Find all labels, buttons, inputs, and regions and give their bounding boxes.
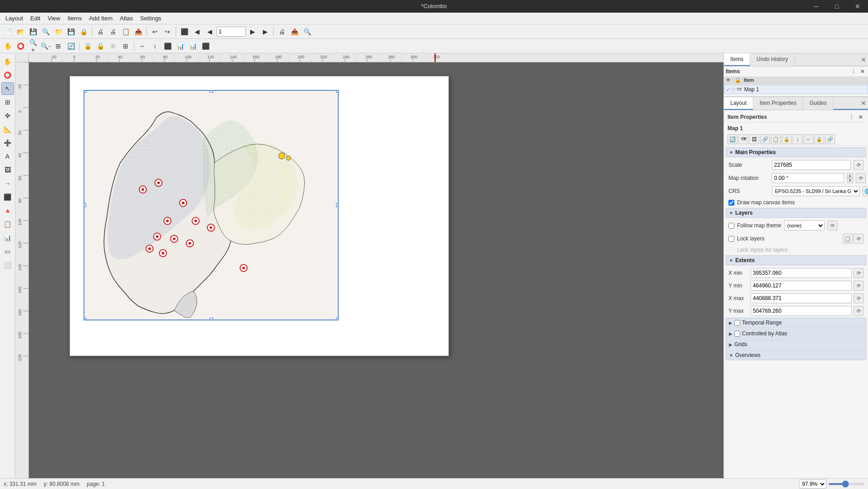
undo-button[interactable]: ↩ [149,26,161,38]
print2-button[interactable]: 🖨 [107,26,119,38]
box-button[interactable]: ⬛ [162,40,173,52]
section-layers[interactable]: ▼ Layers [726,208,866,218]
export2-button[interactable]: 📤 [289,26,300,38]
ellipse-tool[interactable]: ⭕ [1,69,14,81]
arrow-tool[interactable]: → [1,177,14,190]
table-tool[interactable]: 📋 [1,218,14,230]
rect-tool[interactable]: ▭ [1,245,14,258]
next2-button[interactable]: ▶ [259,26,271,38]
props-close-icon2[interactable]: ✕ [856,113,864,121]
grid-button[interactable]: ⊞ [120,40,131,52]
follow-theme-checkbox[interactable] [728,223,734,229]
menu-atlas[interactable]: Atlas [116,14,136,23]
menu-settings[interactable]: Settings [136,14,165,23]
map-rotation-input[interactable] [772,173,844,183]
temporal-checkbox[interactable] [734,320,740,326]
lock2-button[interactable]: 🔒 [82,40,93,52]
print3-button[interactable]: 🖨 [276,26,288,38]
lock-styles-checkbox[interactable] [728,247,734,253]
atlas-btn[interactable]: 🖼 [749,134,759,144]
paste-button[interactable]: 📋 [120,26,131,38]
zoom-out-button[interactable]: 🔍- [40,40,51,52]
handle-bm[interactable] [210,318,213,320]
lock-layers-btn2[interactable]: ⟳ [854,234,863,244]
box2-button[interactable]: ⬛ [200,40,211,52]
close-button[interactable]: ✕ [847,0,868,13]
section-overviews[interactable]: ▼ Overviews [726,350,866,360]
export-button[interactable]: 📤 [132,26,144,38]
props-close-icon[interactable]: ✕ [861,99,866,107]
new-button[interactable]: 📄 [2,26,14,38]
zoom-full-button[interactable]: ⊞ [52,40,64,52]
section-controlled-atlas[interactable]: ▶ Controlled by Atlas [726,329,866,339]
lock-layers-checkbox[interactable] [728,236,734,242]
zoom-select[interactable]: 50% 75% 97.9% 100% 150% 200% [799,480,826,489]
xmin-input[interactable] [751,268,852,278]
xmax-button[interactable]: ⟳ [854,293,863,303]
rotation-button[interactable]: ⟳ [856,173,866,183]
menu-edit[interactable]: Edit [27,14,44,23]
prev2-button[interactable]: ◀ [204,26,215,38]
rotation-up[interactable]: ▲ [847,173,853,178]
shape-tool[interactable]: ⬛ [1,191,14,203]
lock-item-btn[interactable]: 🔒 [782,134,792,144]
tab-item-properties[interactable]: Item Properties [753,97,803,110]
theme-button[interactable]: ⟳ [827,221,837,230]
resize-button[interactable]: ↔ [136,40,148,52]
tab-layout[interactable]: Layout [724,97,753,110]
map-frame[interactable] [84,90,339,320]
open-folder-button[interactable]: 📁 [52,26,64,38]
handle-bl[interactable] [84,318,86,320]
copy-btn[interactable]: 📋 [771,134,781,144]
resize-h-btn[interactable]: ↕ [793,134,803,144]
resize-w-btn[interactable]: ↔ [803,134,813,144]
xmin-button[interactable]: ⟳ [854,268,863,278]
section-grids[interactable]: ▶ Grids [726,339,866,349]
scale-input[interactable] [772,160,851,170]
ymax-input[interactable] [751,306,852,316]
refresh-button[interactable]: 🔄 [65,40,77,52]
print-button[interactable]: 🖨 [94,26,106,38]
menu-layout[interactable]: Layout [2,14,27,23]
tab-undo-history[interactable]: Undo History [750,53,794,66]
menu-items[interactable]: Items [64,14,85,23]
find-button[interactable]: 🔍 [40,26,51,38]
snap-button[interactable]: ☆ [107,40,119,52]
menu-view[interactable]: View [44,14,64,23]
resize2-button[interactable]: ↕ [149,40,161,52]
item-select-tool[interactable]: ⊞ [1,96,14,108]
lock-layers-btn1[interactable]: 📋 [843,234,853,244]
tab-items[interactable]: Items [724,53,750,66]
page-setup-button[interactable]: ⬛ [178,26,190,38]
crs-globe-button[interactable]: 🌐 [863,186,868,196]
refresh-map-btn[interactable]: 🔄 [728,134,737,144]
page-number-input[interactable] [219,28,243,35]
polygon-tool[interactable]: 📐 [1,123,14,136]
tab-guides[interactable]: Guides [803,97,833,110]
image-tool[interactable]: 🖼 [1,164,14,176]
atlas-checkbox[interactable] [734,331,740,337]
zoom-in-button[interactable]: 🔍+ [27,40,39,52]
triangle-tool[interactable]: 🔺 [1,204,14,217]
items-row-map1[interactable]: ✓ □ 🗺 Map 1 [724,85,868,94]
theme-select[interactable]: (none) [784,221,825,230]
menu-add-item[interactable]: Add Item [85,14,116,23]
pan-tool-button[interactable]: ✋ [2,40,14,52]
canvas-area[interactable]: -20 0 20 40 60 80 100 120 140 160 180 20… [15,53,723,478]
ymax-button[interactable]: ⟳ [854,306,863,316]
zoom-tool-button[interactable]: 🔍 [301,26,313,38]
handle-mr[interactable] [336,203,339,207]
ymin-input[interactable] [751,281,852,291]
lock3-button[interactable]: 🔒 [94,40,106,52]
hand-tool[interactable]: ✋ [1,55,14,68]
handle-tr[interactable] [336,90,339,93]
open-button[interactable]: 📂 [14,26,26,38]
ymin-button[interactable]: ⟳ [854,281,863,291]
rotation-down[interactable]: ▼ [847,178,853,183]
handle-ml[interactable] [84,203,86,207]
items-close-icon[interactable]: ✕ [858,67,866,75]
select-tool[interactable]: ↖ [1,82,14,95]
items-options-icon[interactable]: ⋮ [849,67,857,75]
section-temporal-range[interactable]: ▶ Temporal Range [726,318,866,328]
chart-button[interactable]: 📊 [174,40,186,52]
